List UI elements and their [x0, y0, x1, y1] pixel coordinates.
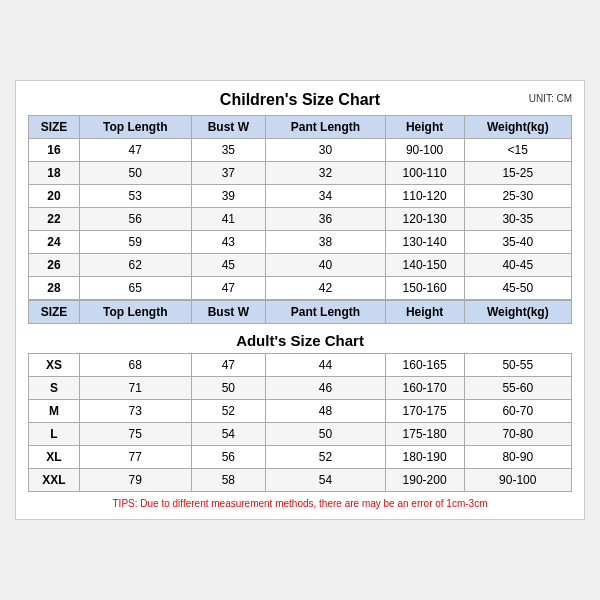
children-table-header: SIZE Top Length Bust W Pant Length Heigh…	[29, 116, 572, 139]
title-row: Children's Size Chart UNIT: CM	[28, 91, 572, 109]
adult-col-header-top-length: Top Length	[79, 301, 191, 324]
table-cell: 28	[29, 277, 80, 300]
table-cell: 170-175	[385, 400, 464, 423]
table-cell: 47	[191, 277, 266, 300]
table-cell: 15-25	[464, 162, 571, 185]
table-cell: 22	[29, 208, 80, 231]
table-cell: 35	[191, 139, 266, 162]
table-cell: 53	[79, 185, 191, 208]
table-cell: 30-35	[464, 208, 571, 231]
table-cell: 65	[79, 277, 191, 300]
table-cell: 70-80	[464, 423, 571, 446]
table-cell: 36	[266, 208, 386, 231]
table-cell: 175-180	[385, 423, 464, 446]
adult-col-header-size: SIZE	[29, 301, 80, 324]
table-cell: 50-55	[464, 354, 571, 377]
tips-text: TIPS: Due to different measurement metho…	[28, 498, 572, 509]
table-cell: 50	[266, 423, 386, 446]
table-row: XL775652180-19080-90	[29, 446, 572, 469]
adult-col-header-height: Height	[385, 301, 464, 324]
table-cell: 160-170	[385, 377, 464, 400]
table-cell: 79	[79, 469, 191, 492]
children-chart-title: Children's Size Chart	[220, 91, 380, 109]
col-header-pant-length: Pant Length	[266, 116, 386, 139]
table-cell: 40	[266, 254, 386, 277]
table-cell: 41	[191, 208, 266, 231]
adult-col-header-pant-length: Pant Length	[266, 301, 386, 324]
table-cell: S	[29, 377, 80, 400]
table-row: L755450175-18070-80	[29, 423, 572, 446]
table-cell: 160-165	[385, 354, 464, 377]
table-cell: 50	[191, 377, 266, 400]
table-cell: 35-40	[464, 231, 571, 254]
table-cell: 80-90	[464, 446, 571, 469]
table-cell: 44	[266, 354, 386, 377]
adults-table-body: XS684744160-16550-55S715046160-17055-60M…	[29, 354, 572, 492]
table-cell: 68	[79, 354, 191, 377]
adults-title-row: Adult's Size Chart	[29, 324, 572, 354]
table-cell: 38	[266, 231, 386, 254]
col-header-size: SIZE	[29, 116, 80, 139]
table-cell: 58	[191, 469, 266, 492]
table-cell: 56	[191, 446, 266, 469]
table-row: S715046160-17055-60	[29, 377, 572, 400]
table-cell: 24	[29, 231, 80, 254]
children-size-table: SIZE Top Length Bust W Pant Length Heigh…	[28, 115, 572, 300]
adult-col-header-bust-w: Bust W	[191, 301, 266, 324]
col-header-weight: Weight(kg)	[464, 116, 571, 139]
table-cell: 54	[266, 469, 386, 492]
table-cell: 90-100	[385, 139, 464, 162]
col-header-top-length: Top Length	[79, 116, 191, 139]
table-row: 18503732100-11015-25	[29, 162, 572, 185]
table-row: M735248170-17560-70	[29, 400, 572, 423]
table-cell: 100-110	[385, 162, 464, 185]
chart-container: Children's Size Chart UNIT: CM SIZE Top …	[15, 80, 585, 520]
table-cell: 73	[79, 400, 191, 423]
table-row: 26624540140-15040-45	[29, 254, 572, 277]
table-cell: 54	[191, 423, 266, 446]
table-cell: 77	[79, 446, 191, 469]
table-row: 20533934110-12025-30	[29, 185, 572, 208]
table-cell: 30	[266, 139, 386, 162]
table-cell: 71	[79, 377, 191, 400]
adults-size-table: Adult's Size Chart SIZE Top Length Bust …	[28, 300, 572, 492]
table-row: 1647353090-100<15	[29, 139, 572, 162]
table-cell: 40-45	[464, 254, 571, 277]
adult-col-header-weight: Weight(kg)	[464, 301, 571, 324]
table-cell: 32	[266, 162, 386, 185]
table-cell: 48	[266, 400, 386, 423]
col-header-height: Height	[385, 116, 464, 139]
table-row: XXL795854190-20090-100	[29, 469, 572, 492]
col-header-bust-w: Bust W	[191, 116, 266, 139]
table-cell: 18	[29, 162, 80, 185]
table-cell: 42	[266, 277, 386, 300]
table-cell: 26	[29, 254, 80, 277]
table-cell: 75	[79, 423, 191, 446]
table-cell: 37	[191, 162, 266, 185]
table-cell: 60-70	[464, 400, 571, 423]
table-cell: 52	[191, 400, 266, 423]
table-cell: 25-30	[464, 185, 571, 208]
table-row: XS684744160-16550-55	[29, 354, 572, 377]
table-cell: 130-140	[385, 231, 464, 254]
table-cell: M	[29, 400, 80, 423]
table-cell: 20	[29, 185, 80, 208]
adults-chart-title: Adult's Size Chart	[29, 324, 572, 354]
table-cell: 56	[79, 208, 191, 231]
table-row: 28654742150-16045-50	[29, 277, 572, 300]
table-cell: XXL	[29, 469, 80, 492]
table-cell: 90-100	[464, 469, 571, 492]
table-cell: 62	[79, 254, 191, 277]
table-cell: 47	[79, 139, 191, 162]
table-cell: 45	[191, 254, 266, 277]
table-cell: 120-130	[385, 208, 464, 231]
children-table-body: 1647353090-100<1518503732100-11015-25205…	[29, 139, 572, 300]
table-cell: 110-120	[385, 185, 464, 208]
table-cell: 46	[266, 377, 386, 400]
table-cell: 50	[79, 162, 191, 185]
table-cell: 34	[266, 185, 386, 208]
table-cell: L	[29, 423, 80, 446]
adults-table-header: SIZE Top Length Bust W Pant Length Heigh…	[29, 301, 572, 324]
table-cell: <15	[464, 139, 571, 162]
table-cell: 52	[266, 446, 386, 469]
